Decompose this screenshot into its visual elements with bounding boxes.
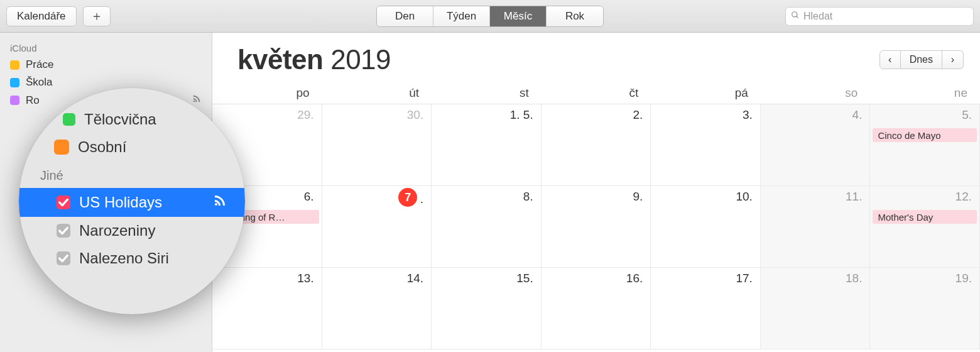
day-cell[interactable]: 15. bbox=[432, 268, 542, 349]
view-segmented-control: Den Týden Měsíc Rok bbox=[376, 6, 604, 27]
day-cell[interactable]: 10. bbox=[651, 186, 761, 268]
day-cell[interactable]: 14. bbox=[322, 268, 432, 349]
sidebar-item-label: Nalezeno Siri bbox=[79, 250, 169, 267]
calendar-color-swatch bbox=[10, 60, 19, 70]
view-week[interactable]: Týden bbox=[433, 6, 490, 26]
checkbox-icon[interactable] bbox=[57, 224, 70, 238]
day-number: 17. bbox=[736, 272, 752, 285]
rss-icon bbox=[192, 94, 202, 107]
chevron-right-icon: › bbox=[951, 54, 954, 65]
dow-label: pá bbox=[651, 82, 761, 104]
day-number: 3. bbox=[743, 108, 753, 122]
checkbox-icon[interactable] bbox=[57, 195, 70, 209]
calendar-color-swatch bbox=[10, 78, 19, 87]
day-number: 9. bbox=[633, 190, 643, 204]
chevron-left-icon: ‹ bbox=[888, 54, 891, 65]
day-cell[interactable]: 17. bbox=[651, 268, 761, 349]
day-cell[interactable]: 19. bbox=[870, 268, 980, 349]
zoom-item-narozeniny[interactable]: Narozeniny bbox=[19, 217, 245, 245]
dow-label: so bbox=[761, 82, 871, 104]
magnifier-overlay: Tělocvična Osobní Jiné US Holidays Naroz… bbox=[19, 88, 245, 314]
day-cell[interactable]: 11. bbox=[761, 186, 871, 268]
day-cell[interactable]: 1. 5. bbox=[432, 104, 542, 186]
plus-icon: ＋ bbox=[90, 8, 103, 25]
sidebar-item-prace[interactable]: Práce bbox=[0, 56, 212, 74]
toolbar: Kalendáře ＋ Den Týden Měsíc Rok bbox=[0, 0, 980, 33]
next-month-button[interactable]: › bbox=[942, 50, 964, 69]
search-field[interactable] bbox=[785, 7, 974, 26]
svg-line-1 bbox=[797, 16, 798, 18]
day-cell[interactable]: 7. bbox=[322, 186, 432, 268]
sidebar-item-label: Práce bbox=[26, 58, 53, 71]
view-day[interactable]: Den bbox=[377, 6, 433, 26]
day-cell[interactable]: 13. bbox=[212, 268, 322, 349]
month-grid: 29.30.1. 5.2.3.4.5.Cinco de Mayo6.eginni… bbox=[212, 104, 980, 349]
sidebar-item-skola[interactable]: Škola bbox=[0, 74, 212, 91]
day-cell[interactable]: 9. bbox=[542, 186, 651, 268]
search-icon bbox=[791, 11, 800, 22]
day-number: 15. bbox=[516, 272, 533, 285]
day-cell[interactable]: 3. bbox=[651, 104, 761, 186]
sidebar-item-label: Ro bbox=[26, 94, 40, 107]
calendar-color-swatch bbox=[63, 113, 75, 126]
sidebar-group-label: iCloud bbox=[0, 39, 212, 56]
view-month[interactable]: Měsíc bbox=[490, 6, 547, 26]
new-event-button[interactable]: ＋ bbox=[83, 6, 111, 26]
calendars-button[interactable]: Kalendáře bbox=[6, 6, 77, 26]
rss-icon bbox=[212, 193, 227, 212]
day-number: 14. bbox=[407, 272, 423, 285]
day-cell[interactable]: 12.Mother's Day bbox=[870, 186, 980, 268]
zoom-group-label: Jiné bbox=[19, 161, 245, 188]
day-number: 16. bbox=[626, 272, 643, 285]
zoom-item-us-holidays[interactable]: US Holidays bbox=[19, 188, 245, 217]
day-number: 10. bbox=[736, 190, 752, 204]
checkbox-icon[interactable] bbox=[57, 251, 70, 265]
calendar-color-swatch bbox=[10, 96, 19, 105]
sidebar-item-label: Tělocvična bbox=[84, 111, 156, 128]
event-pill[interactable]: Mother's Day bbox=[873, 210, 977, 224]
day-cell[interactable]: 4. bbox=[761, 104, 871, 186]
zoom-item-nalezeno-siri[interactable]: Nalezeno Siri bbox=[19, 245, 245, 272]
svg-point-0 bbox=[792, 11, 797, 16]
dow-label: po bbox=[212, 82, 322, 104]
dow-label: čt bbox=[542, 82, 651, 104]
day-number: 6. bbox=[304, 190, 314, 204]
day-cell[interactable]: 30. bbox=[322, 104, 432, 186]
calendar-color-swatch bbox=[54, 140, 69, 155]
dow-label: ne bbox=[870, 82, 980, 104]
month-nav: ‹ Dnes › bbox=[879, 50, 964, 69]
event-pill[interactable]: Cinco de Mayo bbox=[873, 128, 977, 142]
today-button[interactable]: Dnes bbox=[901, 50, 942, 69]
day-number: 5. bbox=[962, 108, 972, 122]
day-number: 13. bbox=[297, 272, 313, 285]
day-number: 30. bbox=[407, 108, 423, 122]
dow-label: st bbox=[432, 82, 542, 104]
prev-month-button[interactable]: ‹ bbox=[879, 50, 901, 69]
day-cell[interactable]: 5.Cinco de Mayo bbox=[870, 104, 980, 186]
today-indicator: 7 bbox=[398, 188, 417, 207]
day-number: 4. bbox=[852, 108, 863, 122]
day-cell[interactable]: 18. bbox=[761, 268, 871, 349]
zoom-item-osobni[interactable]: Osobní bbox=[19, 133, 245, 161]
sidebar-item-label: Narozeniny bbox=[79, 222, 155, 239]
day-number: 8. bbox=[523, 190, 533, 204]
sidebar-item-label: Osobní bbox=[78, 138, 126, 156]
day-number: 18. bbox=[846, 272, 862, 285]
day-number: 11. bbox=[846, 190, 862, 204]
day-cell[interactable]: 16. bbox=[542, 268, 651, 349]
day-number: 1. 5. bbox=[510, 108, 533, 122]
sidebar-item-label: US Holidays bbox=[79, 194, 162, 211]
day-number: 19. bbox=[956, 272, 972, 285]
search-input[interactable] bbox=[803, 11, 968, 22]
day-number: 2. bbox=[633, 108, 643, 122]
day-cell[interactable]: 2. bbox=[542, 104, 651, 186]
day-number: . bbox=[420, 192, 423, 206]
view-year[interactable]: Rok bbox=[547, 6, 603, 26]
calendar-main: květen 2019 ‹ Dnes › po út st čt pá so n… bbox=[212, 33, 980, 352]
month-title: květen 2019 bbox=[237, 44, 391, 75]
dow-header: po út st čt pá so ne bbox=[212, 82, 980, 104]
dow-label: út bbox=[322, 82, 432, 104]
sidebar-item-label: Škola bbox=[26, 76, 53, 89]
day-cell[interactable]: 8. bbox=[432, 186, 542, 268]
day-number: 29. bbox=[297, 108, 313, 122]
